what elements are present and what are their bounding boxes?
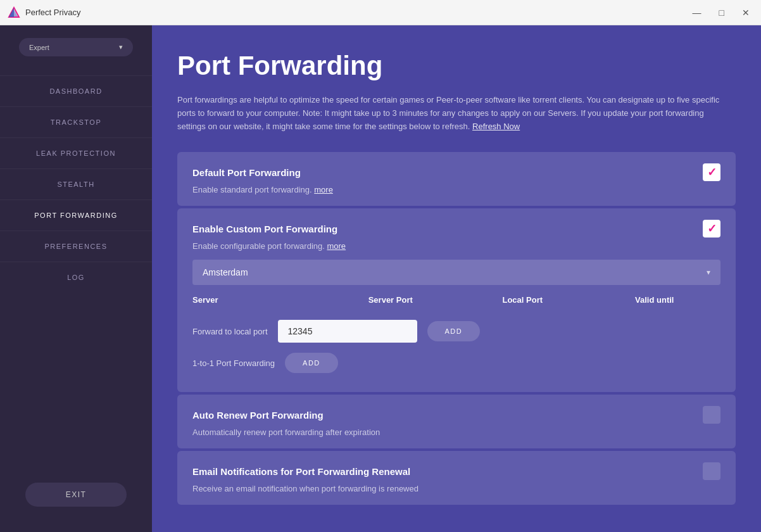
default-pf-title: Default Port Forwarding xyxy=(192,167,301,178)
add-one-to-one-button[interactable]: ADD xyxy=(285,353,338,373)
one-to-one-row: 1-to-1 Port Forwarding ADD xyxy=(192,348,720,381)
one-to-one-label: 1-to-1 Port Forwarding xyxy=(192,358,275,368)
server-dropdown[interactable]: Amsterdam ▾ xyxy=(192,260,720,285)
checkmark-icon: ✓ xyxy=(707,222,717,236)
card-header: Auto Renew Port Forwarding xyxy=(192,406,720,424)
sidebar-item-label: TrackStop xyxy=(51,118,102,126)
custom-pf-desc: Enable configurable port forwarding. mor… xyxy=(192,241,720,251)
col-server: Server xyxy=(192,295,325,305)
col-local-port: Local Port xyxy=(456,295,589,305)
mode-arrow-icon: ▾ xyxy=(119,43,123,51)
col-server-port: Server Port xyxy=(325,295,457,305)
page-title: Port Forwarding xyxy=(177,51,736,81)
sidebar-item-label: Log xyxy=(67,274,85,281)
main-content: Port Forwarding Port forwardings are hel… xyxy=(152,25,761,532)
default-pf-more-link[interactable]: more xyxy=(314,185,333,194)
sidebar-item-port-forwarding[interactable]: Port Forwarding xyxy=(0,200,152,231)
refresh-now-link[interactable]: Refresh Now xyxy=(472,122,520,131)
page-description: Port forwardings are helpful to optimize… xyxy=(177,94,734,133)
checkmark-icon: ✓ xyxy=(707,165,717,179)
exit-button[interactable]: Exit xyxy=(25,483,127,507)
port-input[interactable] xyxy=(278,320,417,343)
sidebar-item-preferences[interactable]: Preferences xyxy=(0,231,152,262)
auto-renew-checkbox[interactable] xyxy=(703,406,720,424)
titlebar-left: Perfect Privacy xyxy=(8,6,80,19)
default-pf-checkbox[interactable]: ✓ xyxy=(703,163,720,181)
app-container: Expert ▾ Dashboard TrackStop Leak Protec… xyxy=(0,25,761,532)
card-header: Default Port Forwarding ✓ xyxy=(192,163,720,181)
sidebar-item-leak-protection[interactable]: Leak Protection xyxy=(0,137,152,168)
mode-label: Expert xyxy=(29,44,49,51)
auto-renew-desc: Automatically renew port forwarding afte… xyxy=(192,428,720,437)
app-title: Perfect Privacy xyxy=(25,8,80,17)
dropdown-arrow-icon: ▾ xyxy=(707,268,710,277)
server-selected-label: Amsterdam xyxy=(203,267,248,277)
auto-renew-title: Auto Renew Port Forwarding xyxy=(192,410,324,421)
sidebar-item-dashboard[interactable]: Dashboard xyxy=(0,75,152,106)
sidebar-item-trackstop[interactable]: TrackStop xyxy=(0,106,152,137)
sidebar-item-log[interactable]: Log xyxy=(0,262,152,293)
close-button[interactable]: ✕ xyxy=(738,5,753,20)
forward-label: Forward to local port xyxy=(192,327,268,336)
custom-pf-title: Enable Custom Port Forwarding xyxy=(192,224,337,234)
sidebar-item-label: Preferences xyxy=(44,243,107,250)
sidebar-nav: Dashboard TrackStop Leak Protection Stea… xyxy=(0,75,152,470)
sidebar-item-label: Leak Protection xyxy=(36,149,116,157)
sidebar-item-stealth[interactable]: Stealth xyxy=(0,168,152,200)
email-notifications-desc: Receive an email notification when port … xyxy=(192,484,720,493)
add-port-button[interactable]: ADD xyxy=(427,321,481,341)
titlebar-controls: — □ ✕ xyxy=(689,5,753,20)
titlebar: Perfect Privacy — □ ✕ xyxy=(0,0,761,25)
app-logo-icon xyxy=(8,6,20,19)
email-notifications-card: Email Notifications for Port Forwarding … xyxy=(177,451,736,505)
sidebar-item-label: Port Forwarding xyxy=(34,212,118,219)
minimize-button[interactable]: — xyxy=(689,5,705,20)
email-notifications-checkbox[interactable] xyxy=(703,462,720,480)
sidebar-item-label: Dashboard xyxy=(49,87,102,95)
mode-dropdown-button[interactable]: Expert ▾ xyxy=(19,38,133,56)
forward-port-row: Forward to local port ADD xyxy=(192,310,720,348)
sidebar-item-label: Stealth xyxy=(57,180,94,188)
col-valid-until: Valid until xyxy=(589,295,721,305)
custom-pf-more-link[interactable]: more xyxy=(327,241,346,251)
email-notifications-title: Email Notifications for Port Forwarding … xyxy=(192,466,410,477)
default-pf-desc: Enable standard port forwarding. more xyxy=(192,185,720,194)
custom-port-forwarding-card: Enable Custom Port Forwarding ✓ Enable c… xyxy=(177,208,736,392)
auto-renew-card: Auto Renew Port Forwarding Automatically… xyxy=(177,395,736,448)
sidebar: Expert ▾ Dashboard TrackStop Leak Protec… xyxy=(0,25,152,532)
card-header: Enable Custom Port Forwarding ✓ xyxy=(192,220,720,238)
default-port-forwarding-card: Default Port Forwarding ✓ Enable standar… xyxy=(177,152,736,206)
card-header: Email Notifications for Port Forwarding … xyxy=(192,462,720,480)
maximize-button[interactable]: □ xyxy=(715,5,728,20)
port-table-header: Server Server Port Local Port Valid unti… xyxy=(192,288,720,310)
custom-pf-checkbox[interactable]: ✓ xyxy=(703,220,720,238)
